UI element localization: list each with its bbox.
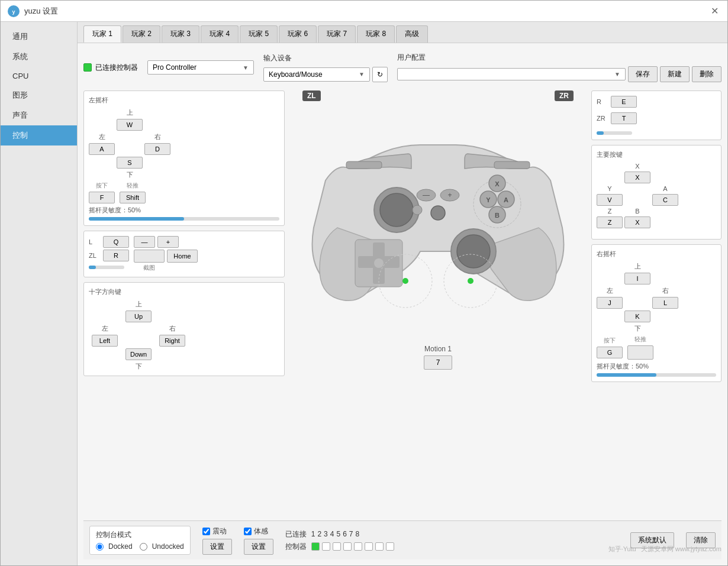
rs-slider-fill bbox=[597, 373, 656, 377]
input-select[interactable]: Keyboard/Mouse ▼ bbox=[263, 67, 370, 82]
undocked-radio-group[interactable]: Undocked bbox=[140, 542, 184, 551]
l-buttons-col: L Q ZL R bbox=[89, 236, 129, 272]
dpad-up-key[interactable]: Up bbox=[125, 311, 152, 322]
close-button[interactable]: ✕ bbox=[708, 5, 720, 17]
dpad-down-key[interactable]: Down bbox=[125, 348, 152, 360]
dpad-left-key[interactable]: Left bbox=[92, 335, 118, 347]
motion-key-button[interactable]: 7 bbox=[424, 355, 453, 370]
fb-y-key[interactable]: V bbox=[597, 194, 623, 206]
sidebar-item-controls[interactable]: 控制 bbox=[1, 125, 77, 145]
undocked-radio[interactable] bbox=[140, 543, 147, 551]
new-button[interactable]: 新建 bbox=[660, 66, 690, 82]
sidebar-item-cpu[interactable]: CPU bbox=[1, 67, 77, 85]
r-label: R bbox=[597, 98, 608, 105]
rs-sensitivity-slider[interactable] bbox=[597, 373, 716, 377]
docked-radio[interactable] bbox=[96, 543, 104, 551]
rs-left-key[interactable]: J bbox=[597, 297, 623, 309]
control-panel: 已连接控制器 Pro Controller ▼ 输入设备 Keyboard/Mo… bbox=[78, 43, 727, 565]
tab-player6[interactable]: 玩家 6 bbox=[279, 25, 317, 43]
tab-player7[interactable]: 玩家 7 bbox=[318, 25, 356, 43]
controller-status-8 bbox=[386, 542, 394, 551]
zl-slider[interactable] bbox=[89, 266, 124, 269]
sidebar-item-graphics[interactable]: 图形 bbox=[1, 85, 77, 105]
user-config-select[interactable]: ▼ bbox=[397, 68, 626, 80]
minus-key[interactable]: — bbox=[134, 236, 155, 248]
plus-key[interactable]: + bbox=[157, 236, 179, 248]
motion-checkbox[interactable] bbox=[244, 528, 252, 535]
ls-up-label: 上 bbox=[127, 108, 133, 117]
fb-a-key[interactable]: C bbox=[652, 194, 678, 206]
zr-badge: ZR bbox=[555, 90, 574, 101]
zl-btn-row: ZL R bbox=[89, 250, 129, 261]
l-key[interactable]: Q bbox=[103, 236, 129, 248]
refresh-button[interactable]: ↻ bbox=[372, 67, 388, 82]
r-key[interactable]: E bbox=[611, 96, 637, 108]
fb-x-key[interactable]: X bbox=[624, 172, 650, 183]
num2: 2 bbox=[317, 530, 321, 538]
content-area: 玩家 1 玩家 2 玩家 3 玩家 4 玩家 5 玩家 6 玩家 7 玩家 8 … bbox=[78, 22, 727, 565]
svg-rect-2 bbox=[346, 161, 382, 169]
tab-player2[interactable]: 玩家 2 bbox=[123, 25, 160, 43]
fb-b-col: B X bbox=[624, 208, 650, 228]
rs-sensitivity-row: 摇杆灵敏度：50% bbox=[597, 362, 716, 377]
svg-text:B: B bbox=[495, 212, 500, 219]
dpad-down-label: 下 bbox=[136, 362, 142, 371]
ls-nudge-key[interactable]: Shift bbox=[120, 192, 146, 203]
left-stick-group: 左摇杆 上 W 左 A bbox=[83, 90, 285, 226]
save-button[interactable]: 保存 bbox=[628, 66, 658, 82]
svg-text:y: y bbox=[12, 9, 15, 15]
ls-nudge-label: 轻推 bbox=[127, 182, 138, 190]
tab-player1[interactable]: 玩家 1 bbox=[83, 25, 121, 43]
rs-up-key[interactable]: I bbox=[624, 273, 650, 284]
ls-left-key[interactable]: A bbox=[89, 143, 115, 155]
zl-key[interactable]: R bbox=[103, 250, 129, 261]
connected-label: 已连接控制器 bbox=[95, 63, 138, 73]
zr-key[interactable]: T bbox=[611, 112, 637, 124]
rs-press-key[interactable]: G bbox=[597, 347, 623, 358]
connected-indicator: 已连接控制器 bbox=[83, 63, 138, 73]
motion-setup-button[interactable]: 设置 bbox=[244, 539, 273, 555]
motion-checkbox-group[interactable]: 体感 bbox=[244, 526, 273, 536]
gamepad-svg: — + X bbox=[302, 109, 574, 322]
tab-advanced[interactable]: 高级 bbox=[396, 25, 428, 43]
rs-down-col: K 下 bbox=[624, 311, 650, 333]
tab-player4[interactable]: 玩家 4 bbox=[201, 25, 239, 43]
dpad-down-col: Down 下 bbox=[125, 348, 152, 371]
motion-setting-group: 体感 设置 bbox=[244, 526, 273, 555]
svg-point-7 bbox=[457, 235, 490, 268]
docked-radio-group[interactable]: Docked bbox=[96, 542, 133, 551]
rs-nudge-key[interactable] bbox=[627, 345, 653, 360]
ls-sensitivity-slider[interactable] bbox=[89, 217, 279, 221]
tab-player3[interactable]: 玩家 3 bbox=[162, 25, 199, 43]
screenshot-key[interactable] bbox=[134, 250, 165, 263]
rs-down-key[interactable]: K bbox=[624, 311, 650, 322]
fb-b-key[interactable]: X bbox=[624, 216, 650, 228]
ls-slider-fill bbox=[89, 217, 184, 221]
zr-slider[interactable] bbox=[597, 131, 632, 135]
num1: 1 bbox=[311, 530, 315, 538]
fb-z-key[interactable]: Z bbox=[597, 216, 623, 228]
ls-press-key[interactable]: F bbox=[89, 192, 115, 203]
vibration-checkbox[interactable] bbox=[202, 528, 210, 535]
input-label: 输入设备 bbox=[263, 53, 388, 63]
vibration-setup-button[interactable]: 设置 bbox=[202, 539, 232, 555]
sidebar-item-audio[interactable]: 声音 bbox=[1, 105, 77, 125]
rs-right-key[interactable]: L bbox=[652, 297, 678, 309]
sidebar-item-general[interactable]: 通用 bbox=[1, 27, 77, 47]
zr-label: ZR bbox=[597, 115, 608, 122]
dpad-right-key[interactable]: Right bbox=[159, 335, 185, 347]
home-key[interactable]: Home bbox=[167, 250, 198, 263]
sidebar-item-system[interactable]: 系统 bbox=[1, 47, 77, 67]
controller-select[interactable]: Pro Controller ▼ bbox=[147, 60, 254, 75]
vibration-checkbox-group[interactable]: 震动 bbox=[202, 526, 232, 536]
tab-player8[interactable]: 玩家 8 bbox=[357, 25, 395, 43]
center-panel: ZL ZR bbox=[291, 90, 585, 516]
fb-x-label: X bbox=[635, 163, 639, 170]
ls-right-key[interactable]: D bbox=[144, 143, 170, 155]
ls-up-key[interactable]: W bbox=[117, 119, 143, 131]
delete-button[interactable]: 删除 bbox=[692, 66, 721, 82]
tab-player5[interactable]: 玩家 5 bbox=[240, 25, 278, 43]
ls-right-label: 右 bbox=[154, 132, 161, 141]
num6: 6 bbox=[343, 530, 347, 538]
ls-down-key[interactable]: S bbox=[117, 157, 143, 169]
